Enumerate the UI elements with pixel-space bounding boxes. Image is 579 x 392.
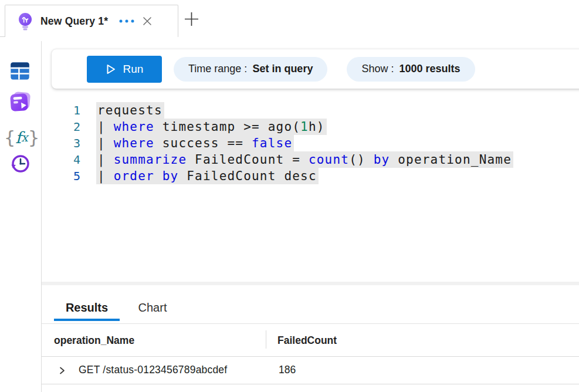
code-lines: 1requests2| where timestamp >= ago(1h)3|… (42, 102, 579, 184)
code-line: 5| order by FailedCount desc (42, 168, 579, 184)
query-tab[interactable]: New Query 1* (5, 5, 178, 37)
column-header-operation-name[interactable]: operation_Name (54, 334, 134, 347)
code-text: | where timestamp >= ago(1h) (96, 119, 327, 135)
show-value: 1000 results (399, 63, 460, 75)
lightbulb-icon (18, 12, 33, 31)
cell-operation-name: GET /status-0123456789abcdef (79, 364, 227, 376)
code-token: order by (114, 169, 179, 183)
line-number: 5 (42, 168, 80, 184)
queries-icon (8, 89, 32, 114)
line-number: 4 (42, 151, 80, 168)
column-divider[interactable] (266, 330, 266, 349)
line-number: 2 (42, 119, 80, 135)
table-icon (9, 60, 31, 82)
code-text: | summarize FailedCount = count() by ope… (96, 151, 513, 168)
pane-splitter[interactable] (42, 282, 579, 285)
code-token: operation_Name (390, 153, 512, 167)
sidebar-item-queries[interactable] (8, 89, 32, 114)
cell-failedcount: 186 (279, 364, 296, 376)
table-row[interactable]: GET /status-0123456789abcdef 186 (42, 357, 579, 384)
time-range-value: Set in query (252, 63, 313, 75)
sidebar-item-query-history[interactable] (9, 153, 31, 175)
code-token: where (114, 136, 154, 150)
row-expander-chevron-right-icon[interactable] (57, 366, 66, 375)
code-token: h) (309, 120, 325, 134)
code-token: FailedCount desc (178, 169, 316, 183)
code-token: requests (97, 103, 162, 117)
plus-icon (184, 11, 199, 27)
code-token: timestamp >= ago( (154, 120, 300, 134)
code-line: 2| where timestamp >= ago(1h) (42, 119, 579, 135)
code-token: success == (154, 136, 252, 150)
run-button[interactable]: Run (87, 56, 162, 83)
results-tabs-divider (42, 323, 579, 324)
run-label: Run (123, 63, 144, 76)
code-line: 1requests (42, 102, 579, 119)
code-token: false (252, 136, 292, 150)
show-results-pill[interactable]: Show : 1000 results (347, 57, 475, 82)
line-number: 1 (42, 102, 80, 119)
fx-icon: {fx} (4, 127, 40, 148)
code-token: FailedCount = (187, 153, 309, 167)
time-range-label: Time range : (188, 63, 247, 75)
code-token: summarize (114, 153, 187, 167)
time-range-pill[interactable]: Time range : Set in query (174, 57, 327, 82)
code-token: | (97, 136, 114, 150)
code-token: count (309, 153, 349, 167)
code-token: () (349, 153, 374, 167)
code-text: requests (96, 102, 164, 119)
query-editor[interactable]: 1requests2| where timestamp >= ago(1h)3|… (42, 89, 579, 282)
tab-title: New Query 1* (40, 15, 108, 28)
code-text: | where success == false (96, 135, 294, 151)
new-tab-button[interactable] (182, 10, 200, 28)
code-line: 3| where success == false (42, 135, 579, 151)
show-label: Show : (361, 63, 394, 75)
line-number: 3 (42, 135, 80, 151)
code-token: | (97, 169, 114, 183)
app-window: New Query 1* (0, 0, 579, 392)
code-token: | (97, 153, 114, 167)
table-row-border (42, 384, 579, 384)
code-token: | (97, 120, 114, 134)
code-line: 4| summarize FailedCount = count() by op… (42, 151, 579, 168)
code-token: by (374, 153, 390, 167)
more-options-icon[interactable] (117, 18, 136, 24)
sidebar-item-functions[interactable]: {fx} (6, 127, 37, 148)
code-token: 1 (300, 120, 309, 134)
code-text: | order by FailedCount desc (96, 168, 319, 184)
tabbar-bottom-border (0, 36, 5, 37)
sidebar-item-tables[interactable] (9, 60, 31, 82)
close-icon[interactable] (141, 15, 153, 27)
play-icon (106, 63, 116, 75)
tab-results[interactable]: Results (54, 296, 120, 321)
tab-chart[interactable]: Chart (130, 296, 175, 321)
column-header-failedcount[interactable]: FailedCount (277, 334, 337, 347)
history-icon (9, 153, 31, 175)
toolbar: Run Time range : Set in query Show : 100… (52, 49, 579, 89)
code-token: where (114, 120, 154, 134)
